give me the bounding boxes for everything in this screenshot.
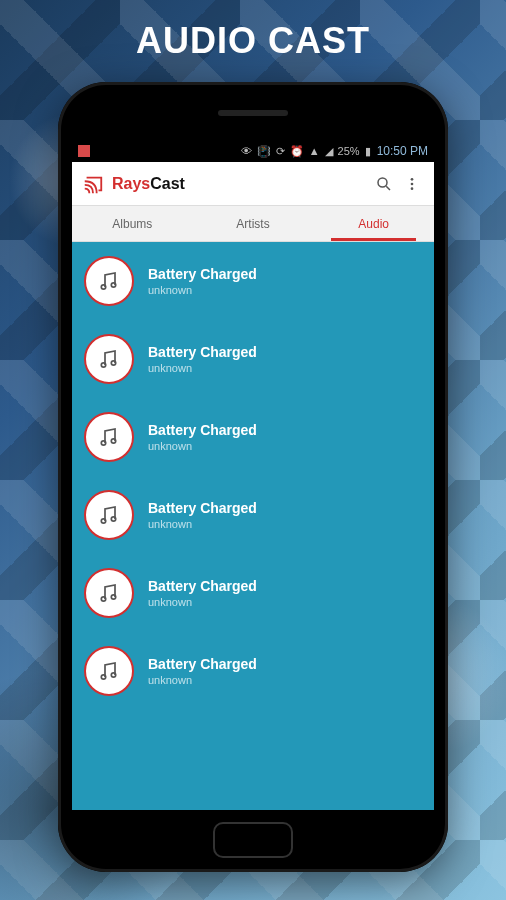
status-icons: 👁 📳 ⟳ ⏰ ▲ ◢ 25% ▮ [241, 145, 371, 158]
app-name-red: Rays [112, 175, 150, 192]
svg-point-7 [101, 363, 105, 367]
svg-point-10 [111, 439, 115, 443]
svg-point-2 [411, 178, 414, 181]
item-title: Battery Charged [148, 344, 257, 360]
list-item[interactable]: Battery Chargedunknown [72, 242, 434, 320]
item-title: Battery Charged [148, 422, 257, 438]
signal-icon: ◢ [325, 145, 333, 158]
list-item[interactable]: Battery Chargedunknown [72, 632, 434, 710]
music-icon [84, 490, 134, 540]
svg-point-9 [101, 441, 105, 445]
list-item[interactable]: Battery Chargedunknown [72, 554, 434, 632]
svg-point-5 [101, 285, 105, 289]
item-subtitle: unknown [148, 596, 257, 608]
item-subtitle: unknown [148, 440, 257, 452]
status-time: 10:50 PM [377, 144, 428, 158]
page-title: AUDIO CAST [0, 0, 506, 72]
svg-point-6 [111, 283, 115, 287]
svg-point-15 [101, 675, 105, 679]
alarm-icon: ⏰ [290, 145, 304, 158]
phone-frame: 👁 📳 ⟳ ⏰ ▲ ◢ 25% ▮ 10:50 PM RaysCast [58, 82, 448, 872]
app-bar: RaysCast [72, 162, 434, 206]
notification-icon [78, 145, 90, 157]
music-icon [84, 568, 134, 618]
svg-point-3 [411, 182, 414, 185]
cast-icon [80, 173, 106, 195]
svg-point-4 [411, 187, 414, 190]
svg-point-11 [101, 519, 105, 523]
item-title: Battery Charged [148, 656, 257, 672]
svg-line-1 [386, 186, 390, 190]
phone-home-button[interactable] [213, 822, 293, 858]
svg-point-12 [111, 517, 115, 521]
sync-icon: ⟳ [276, 145, 285, 158]
app-name-black: Cast [150, 175, 185, 192]
eye-icon: 👁 [241, 145, 252, 157]
item-subtitle: unknown [148, 518, 257, 530]
search-button[interactable] [370, 175, 398, 193]
tab-label: Albums [112, 217, 152, 231]
svg-point-8 [111, 361, 115, 365]
battery-icon: ▮ [365, 145, 371, 158]
search-icon [375, 175, 393, 193]
tab-audio[interactable]: Audio [313, 206, 434, 241]
svg-point-14 [111, 595, 115, 599]
svg-point-0 [378, 178, 387, 187]
list-item[interactable]: Battery Chargedunknown [72, 476, 434, 554]
item-title: Battery Charged [148, 500, 257, 516]
audio-list[interactable]: Battery Chargedunknown Battery Chargedun… [72, 242, 434, 810]
item-title: Battery Charged [148, 578, 257, 594]
app-name: RaysCast [112, 175, 185, 193]
overflow-menu-icon [404, 176, 420, 192]
tab-bar: Albums Artists Audio [72, 206, 434, 242]
tab-label: Audio [358, 217, 389, 231]
phone-screen: 👁 📳 ⟳ ⏰ ▲ ◢ 25% ▮ 10:50 PM RaysCast [72, 140, 434, 810]
status-bar: 👁 📳 ⟳ ⏰ ▲ ◢ 25% ▮ 10:50 PM [72, 140, 434, 162]
music-icon [84, 334, 134, 384]
tab-artists[interactable]: Artists [193, 206, 314, 241]
svg-point-16 [111, 673, 115, 677]
item-title: Battery Charged [148, 266, 257, 282]
wifi-icon: ▲ [309, 145, 320, 157]
list-item[interactable]: Battery Chargedunknown [72, 320, 434, 398]
vibrate-icon: 📳 [257, 145, 271, 158]
music-icon [84, 256, 134, 306]
phone-speaker [218, 110, 288, 116]
tab-label: Artists [236, 217, 269, 231]
music-icon [84, 646, 134, 696]
music-icon [84, 412, 134, 462]
overflow-menu-button[interactable] [398, 176, 426, 192]
item-subtitle: unknown [148, 284, 257, 296]
svg-point-13 [101, 597, 105, 601]
battery-text: 25% [338, 145, 360, 157]
item-subtitle: unknown [148, 362, 257, 374]
list-item[interactable]: Battery Chargedunknown [72, 398, 434, 476]
item-subtitle: unknown [148, 674, 257, 686]
tab-albums[interactable]: Albums [72, 206, 193, 241]
